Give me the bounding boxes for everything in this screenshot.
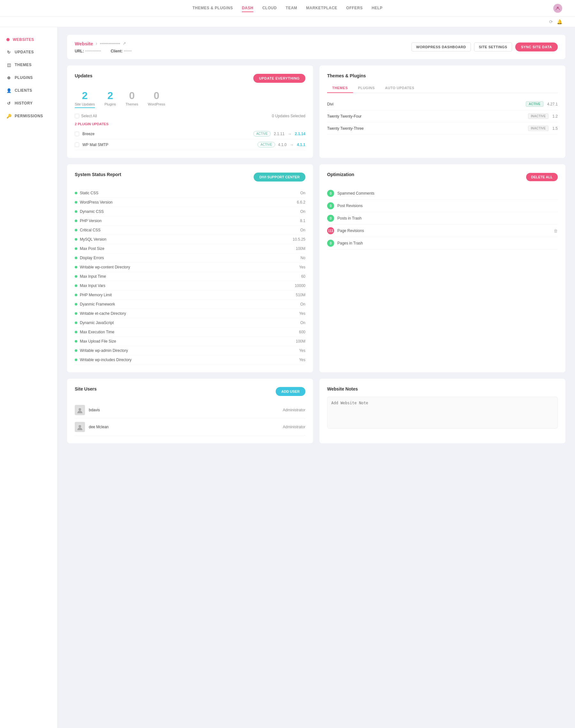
sync-site-data-button[interactable]: SYNC SITE DATA — [515, 42, 558, 52]
breadcrumb-separator: › — [96, 41, 97, 46]
wpmail-name: WP Mail SMTP — [82, 142, 254, 147]
nav-links: THEMES & PLUGINS DASH CLOUD TEAM MARKETP… — [192, 4, 382, 12]
status-label-18: Writable wp-includes Directory — [80, 358, 299, 362]
status-label-11: PHP Memory Limit — [80, 293, 296, 297]
top-navigation: THEMES & PLUGINS DASH CLOUD TEAM MARKETP… — [0, 0, 575, 16]
tab-auto-updates[interactable]: AUTO UPDATES — [380, 84, 419, 93]
count-themes: 0 Themes — [126, 90, 138, 108]
action-bar: ⟳ 🔔 — [0, 16, 575, 27]
divi-support-center-button[interactable]: DIVI SUPPORT CENTER — [253, 173, 305, 181]
nav-themes-plugins[interactable]: THEMES & PLUGINS — [192, 4, 233, 12]
site-users-header: Site Users ADD USER — [75, 386, 305, 397]
site-settings-button[interactable]: SITE SETTINGS — [474, 42, 512, 52]
plugin-updates-list: Breeze ACTIVE 2.1.11 → 2.1.14 WP Mail SM… — [75, 129, 305, 150]
status-label-16: Max Upload File Size — [80, 339, 296, 343]
sidebar-item-websites[interactable]: WEBSITES — [0, 34, 57, 46]
update-everything-button[interactable]: UPDATE EVERYTHING — [253, 74, 305, 83]
wpmail-status: ACTIVE — [258, 142, 275, 147]
client-label: Client: •••••• — [110, 49, 132, 53]
opt-row-3: 111 Page Revisions 🗑 — [327, 225, 558, 237]
tt3-version: 1.5 — [552, 126, 558, 131]
status-value-9: 60 — [301, 274, 305, 279]
select-all-text: Select All — [81, 114, 97, 118]
sidebar-item-updates[interactable]: ↻ UPDATES — [0, 46, 57, 59]
count-plugins-label: Plugins — [104, 102, 116, 106]
status-value-5: 10.5.25 — [293, 237, 305, 242]
count-site-updates-num: 2 — [75, 90, 95, 102]
count-wp-num: 0 — [148, 90, 165, 102]
add-user-button[interactable]: ADD USER — [276, 387, 305, 396]
status-row-5: MySQL Version 10.5.25 — [75, 235, 305, 244]
sidebar-item-permissions[interactable]: 🔑 PERMISSIONS — [0, 110, 57, 122]
opt-badge-1: 0 — [327, 202, 334, 209]
themes-plugins-title: Themes & Plugins — [327, 73, 558, 78]
status-dot-9 — [75, 275, 77, 278]
avatar[interactable] — [553, 4, 562, 13]
nav-team[interactable]: TEAM — [285, 4, 297, 12]
wp-dashboard-button[interactable]: WORDPRESS DASHBOARD — [411, 42, 471, 52]
wpmail-checkbox[interactable] — [75, 142, 79, 147]
user-row-1: dee Mclean Administrator — [75, 419, 305, 436]
notes-textarea[interactable] — [327, 397, 558, 429]
opt-label-0: Spammed Comments — [337, 191, 558, 196]
refresh-button[interactable]: ⟳ — [549, 19, 553, 24]
nav-cloud[interactable]: CLOUD — [262, 4, 277, 12]
notifications-button[interactable]: 🔔 — [557, 19, 562, 24]
status-dot-11 — [75, 294, 77, 296]
breadcrumb-sub: •••••••••••••• — [100, 41, 121, 46]
sidebar-item-clients[interactable]: 👤 CLIENTS — [0, 84, 57, 97]
page-header: Website › •••••••••••••• ↗ URL: ••••••••… — [67, 35, 566, 59]
sidebar-item-plugins[interactable]: ⊕ PLUGINS — [0, 71, 57, 84]
status-value-6: 100M — [296, 246, 305, 251]
optimization-list: 0 Spammed Comments 0 Post Revisions 0 Po… — [327, 187, 558, 250]
status-dot-0 — [75, 192, 77, 194]
breeze-name: Breeze — [82, 132, 250, 136]
sidebar-item-themes[interactable]: ◫ THEMES — [0, 59, 57, 71]
status-label-12: Dyanmic Framework — [80, 302, 300, 306]
url-client-row: URL: •••••••••••• Client: •••••• — [75, 49, 132, 53]
status-value-4: On — [300, 228, 305, 232]
theme-row-divi: Divi ACTIVE 4.27.1 — [327, 98, 558, 110]
count-wp-label: WordPress — [148, 102, 165, 106]
status-dot-8 — [75, 266, 77, 268]
user-avatar-1 — [75, 422, 85, 432]
svg-point-2 — [78, 408, 81, 411]
select-all-label[interactable]: Select All — [75, 114, 97, 118]
website-notes-title: Website Notes — [327, 386, 558, 392]
status-dot-12 — [75, 303, 77, 305]
updates-header: Updates UPDATE EVERYTHING — [75, 73, 305, 84]
tab-plugins[interactable]: PLUGINS — [353, 84, 380, 93]
nav-dash[interactable]: DASH — [242, 4, 253, 12]
status-value-11: 510M — [296, 293, 305, 297]
status-dot-5 — [75, 238, 77, 241]
status-row-14: Dynamic JavaScript On — [75, 318, 305, 328]
status-row-3: PHP Version 8.1 — [75, 217, 305, 226]
update-row-wpmail: WP Mail SMTP ACTIVE 4.1.0 → 4.1.1 — [75, 139, 305, 150]
nav-marketplace[interactable]: MARKETPLACE — [306, 4, 337, 12]
status-value-14: On — [300, 321, 305, 325]
delete-all-button[interactable]: DELETE ALL — [526, 173, 558, 181]
opt-row-4: 0 Pages in Trash — [327, 237, 558, 250]
breeze-checkbox[interactable] — [75, 132, 79, 136]
site-users-card: Site Users ADD USER bdavis Administrator… — [67, 379, 313, 443]
tab-themes[interactable]: THEMES — [327, 84, 353, 93]
system-status-list: Static CSS On WordPress Version 6.6.2 Dy… — [75, 189, 305, 365]
nav-help[interactable]: HELP — [372, 4, 383, 12]
user-role-1: Administrator — [283, 425, 305, 429]
opt-label-2: Posts in Trash — [337, 216, 558, 221]
select-all-checkbox[interactable] — [75, 114, 79, 118]
count-themes-label: Themes — [126, 102, 138, 106]
nav-offers[interactable]: OFFERS — [346, 4, 363, 12]
update-row-breeze: Breeze ACTIVE 2.1.11 → 2.1.14 — [75, 129, 305, 139]
count-plugins: 2 Plugins — [104, 90, 116, 108]
status-value-13: Yes — [299, 311, 305, 316]
website-notes-card: Website Notes — [319, 379, 566, 443]
sidebar-label-clients: CLIENTS — [15, 88, 32, 93]
divi-version: 4.27.1 — [547, 102, 558, 106]
trash-icon-3[interactable]: 🗑 — [553, 229, 558, 233]
status-dot-16 — [75, 340, 77, 342]
tt4-name: Twenty Twenty-Four — [327, 114, 528, 119]
breadcrumb: Website › •••••••••••••• ↗ — [75, 41, 132, 46]
sidebar-item-history[interactable]: ↺ HISTORY — [0, 97, 57, 110]
status-value-7: No — [301, 256, 305, 260]
